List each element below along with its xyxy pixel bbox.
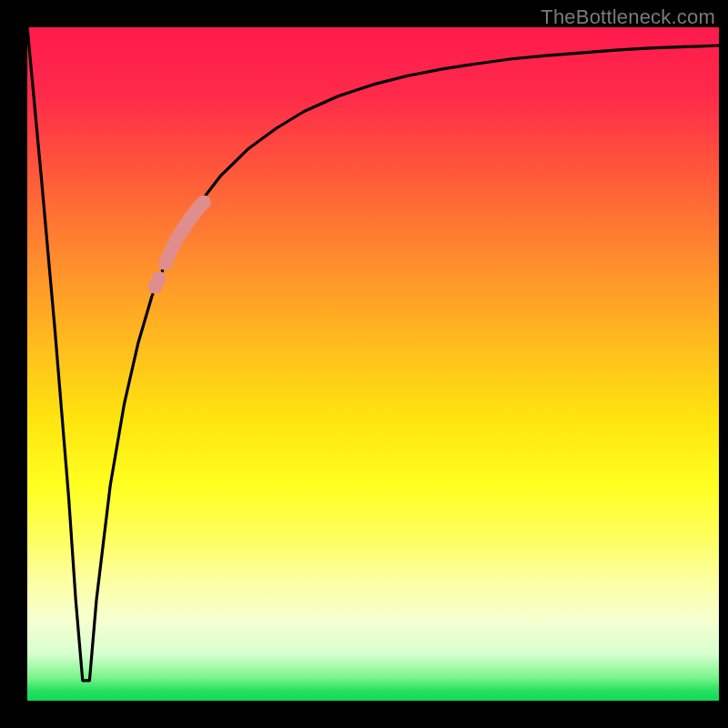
highlight-dot: [151, 271, 166, 286]
chart-frame: TheBottleneck.com: [0, 0, 728, 728]
highlight-dot: [197, 195, 211, 209]
chart-svg: [27, 27, 719, 701]
main-curve: [27, 27, 719, 681]
watermark-label: TheBottleneck.com: [541, 5, 715, 29]
highlight-layer: [148, 195, 211, 294]
plot-area: [27, 27, 719, 701]
curve-layer: [27, 27, 719, 681]
